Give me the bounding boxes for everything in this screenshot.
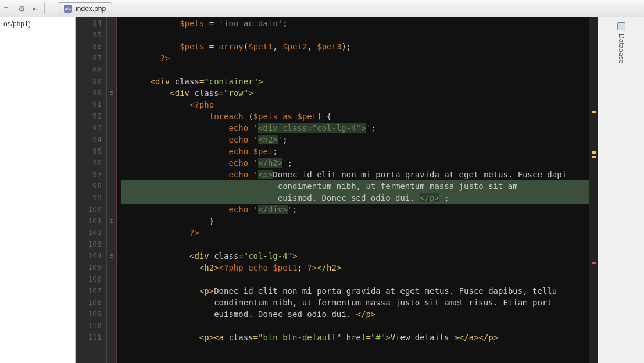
error-marker[interactable]	[592, 262, 596, 264]
fold-gutter[interactable]: ⊟⊟⊟⊡⊟	[107, 17, 116, 363]
toolbar: ≡ ⚙ ⇤ php index.php	[0, 0, 644, 17]
database-icon[interactable]	[617, 22, 625, 30]
code-area[interactable]: $pets = 'ioo ac dato'; $pets = array($pe…	[116, 17, 589, 363]
collapse-icon[interactable]: ⇤	[29, 4, 43, 13]
gear-icon[interactable]: ⚙	[15, 4, 29, 13]
warning-marker[interactable]	[592, 111, 596, 113]
line-number-gutter: 8485868788899091929394959697989910010110…	[76, 17, 107, 363]
error-stripe[interactable]	[589, 17, 598, 363]
right-sidebar: Database	[598, 17, 644, 363]
php-file-icon: php	[64, 5, 72, 13]
tab-label: index.php	[76, 5, 106, 13]
database-tab[interactable]: Database	[617, 34, 625, 63]
menu-icon[interactable]: ≡	[0, 4, 12, 13]
code-editor[interactable]: 8485868788899091929394959697989910010110…	[76, 17, 598, 363]
warning-marker[interactable]	[592, 151, 596, 154]
project-panel[interactable]: os/php1)	[0, 17, 76, 363]
path-fragment: os/php1)	[3, 20, 31, 28]
warning-marker[interactable]	[592, 156, 596, 158]
editor-tab[interactable]: php index.php	[58, 2, 112, 15]
